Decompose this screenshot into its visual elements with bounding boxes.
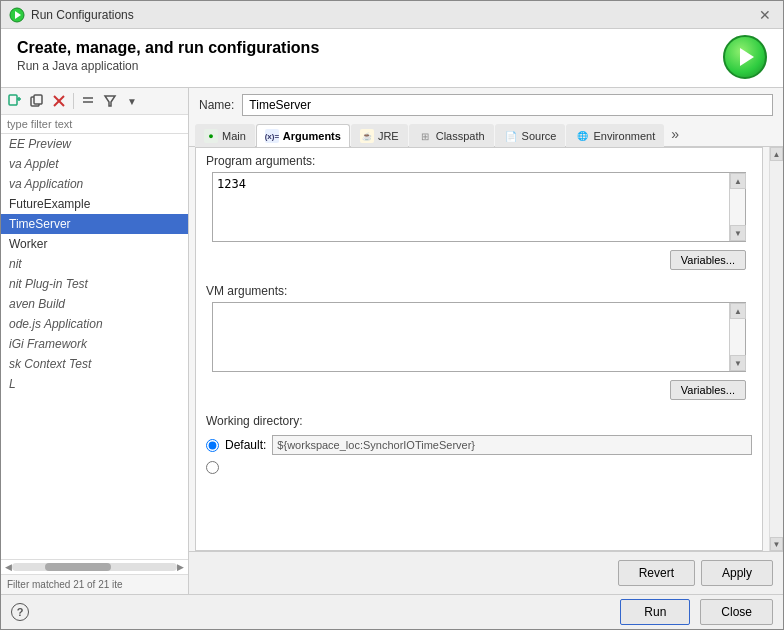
vm-args-textarea[interactable] xyxy=(213,303,729,371)
tab-jre-label: JRE xyxy=(378,130,399,142)
toolbar-separator xyxy=(73,93,74,109)
run-button[interactable]: Run xyxy=(620,599,690,625)
list-item[interactable]: nit xyxy=(1,254,188,274)
title-bar-left: Run Configurations xyxy=(9,7,134,23)
working-dir-label: Working directory: xyxy=(196,408,762,432)
filter-input[interactable] xyxy=(1,115,188,134)
jre-tab-icon: ☕ xyxy=(360,129,374,143)
tab-classpath-label: Classpath xyxy=(436,130,485,142)
tab-jre[interactable]: ☕ JRE xyxy=(351,124,408,147)
new-config-button[interactable] xyxy=(5,91,25,111)
svg-rect-6 xyxy=(34,95,42,104)
default-dir-label: Default: xyxy=(225,438,266,452)
list-item[interactable]: va Application xyxy=(1,174,188,194)
tab-content: Program arguments: 1234 ▲ ▼ xyxy=(195,147,763,551)
left-scrollbar[interactable]: ◀ ▶ xyxy=(1,559,188,574)
right-scroll-up-button[interactable]: ▲ xyxy=(770,147,783,161)
apply-button[interactable]: Apply xyxy=(701,560,773,586)
list-item[interactable]: nit Plug-in Test xyxy=(1,274,188,294)
tab-main[interactable]: ● Main xyxy=(195,124,255,147)
filter-config-button[interactable] xyxy=(100,91,120,111)
horizontal-scrollbar-track xyxy=(12,563,177,571)
vm-scroll-up-arrow[interactable]: ▲ xyxy=(730,303,746,319)
left-toolbar: ▼ xyxy=(1,88,188,115)
arguments-tab-icon: (x)= xyxy=(265,129,279,143)
list-item[interactable]: aven Build xyxy=(1,294,188,314)
program-args-scrollbar: ▲ ▼ xyxy=(729,173,745,241)
header-text: Create, manage, and run configurations R… xyxy=(17,39,319,73)
vm-scroll-down-arrow[interactable]: ▼ xyxy=(730,355,746,371)
other-dir-radio[interactable] xyxy=(206,461,219,474)
window-close-button[interactable]: ✕ xyxy=(755,7,775,23)
scroll-up-arrow[interactable]: ▲ xyxy=(730,173,746,189)
title-bar: Run Configurations ✕ xyxy=(1,1,783,29)
list-item-timeserver[interactable]: TimeServer xyxy=(1,214,188,234)
default-dir-row: Default: xyxy=(196,432,762,458)
source-tab-icon: 📄 xyxy=(504,129,518,143)
tab-environment[interactable]: 🌐 Environment xyxy=(566,124,664,147)
close-button[interactable]: Close xyxy=(700,599,773,625)
name-input[interactable] xyxy=(242,94,773,116)
right-scroll-down-button[interactable]: ▼ xyxy=(770,537,783,551)
tabs-bar: ● Main (x)= Arguments ☕ JRE ⊞ Classpath … xyxy=(189,122,783,147)
left-panel: ▼ EE Preview va Applet va Application Fu… xyxy=(1,88,189,594)
tab-arguments[interactable]: (x)= Arguments xyxy=(256,124,350,147)
program-args-label: Program arguments: xyxy=(196,148,762,172)
tab-source-label: Source xyxy=(522,130,557,142)
expand-config-button[interactable]: ▼ xyxy=(122,91,142,111)
right-scrollbar: ▲ ▼ xyxy=(769,147,783,551)
duplicate-config-button[interactable] xyxy=(27,91,47,111)
tab-more-button[interactable]: » xyxy=(665,122,685,146)
name-label: Name: xyxy=(199,98,234,112)
name-row: Name: xyxy=(189,88,783,122)
window-icon xyxy=(9,7,25,23)
header-area: Create, manage, and run configurations R… xyxy=(1,29,783,88)
default-dir-radio[interactable] xyxy=(206,439,219,452)
list-item[interactable]: ode.js Application xyxy=(1,314,188,334)
program-args-variables-button[interactable]: Variables... xyxy=(670,250,746,270)
list-item[interactable]: iGi Framework xyxy=(1,334,188,354)
tab-main-label: Main xyxy=(222,130,246,142)
program-args-textarea[interactable]: 1234 xyxy=(213,173,729,241)
tab-panel-wrapper: Program arguments: 1234 ▲ ▼ xyxy=(189,147,783,551)
header-subtitle: Run a Java application xyxy=(17,59,319,73)
title-bar-text: Run Configurations xyxy=(31,8,134,22)
scroll-down-arrow[interactable]: ▼ xyxy=(730,225,746,241)
main-tab-icon: ● xyxy=(204,129,218,143)
footer-bar: ? Run Close xyxy=(1,594,783,629)
vm-args-variables-button[interactable]: Variables... xyxy=(670,380,746,400)
horizontal-scrollbar-thumb xyxy=(45,563,111,571)
svg-rect-2 xyxy=(9,95,17,105)
list-item[interactable]: L xyxy=(1,374,188,394)
svg-marker-11 xyxy=(105,96,115,106)
tab-arguments-label: Arguments xyxy=(283,130,341,142)
right-scroll-track xyxy=(770,161,783,537)
list-item[interactable]: sk Context Test xyxy=(1,354,188,374)
collapse-config-button[interactable] xyxy=(78,91,98,111)
default-dir-input[interactable] xyxy=(272,435,752,455)
header-wrapper: Create, manage, and run configurations R… xyxy=(17,39,767,79)
program-args-area: 1234 ▲ ▼ xyxy=(212,172,746,242)
help-icon[interactable]: ? xyxy=(11,603,29,621)
tab-environment-label: Environment xyxy=(593,130,655,142)
list-item[interactable]: EE Preview xyxy=(1,134,188,154)
tab-classpath[interactable]: ⊞ Classpath xyxy=(409,124,494,147)
list-item[interactable]: FutureExample xyxy=(1,194,188,214)
classpath-tab-icon: ⊞ xyxy=(418,129,432,143)
left-footer: Filter matched 21 of 21 ite xyxy=(1,574,188,594)
vm-args-area: ▲ ▼ xyxy=(212,302,746,372)
run-configurations-icon[interactable] xyxy=(723,35,767,79)
tab-source[interactable]: 📄 Source xyxy=(495,124,566,147)
header-title: Create, manage, and run configurations xyxy=(17,39,319,57)
vm-args-label: VM arguments: xyxy=(196,278,762,302)
list-item[interactable]: Worker xyxy=(1,234,188,254)
revert-button[interactable]: Revert xyxy=(618,560,695,586)
environment-tab-icon: 🌐 xyxy=(575,129,589,143)
bottom-buttons: Revert Apply xyxy=(189,551,783,594)
list-item[interactable]: va Applet xyxy=(1,154,188,174)
delete-config-button[interactable] xyxy=(49,91,69,111)
run-configurations-window: Run Configurations ✕ Create, manage, and… xyxy=(0,0,784,630)
main-content: ▼ EE Preview va Applet va Application Fu… xyxy=(1,88,783,594)
config-list: EE Preview va Applet va Application Futu… xyxy=(1,134,188,559)
arguments-panel: Program arguments: 1234 ▲ ▼ xyxy=(196,148,762,550)
